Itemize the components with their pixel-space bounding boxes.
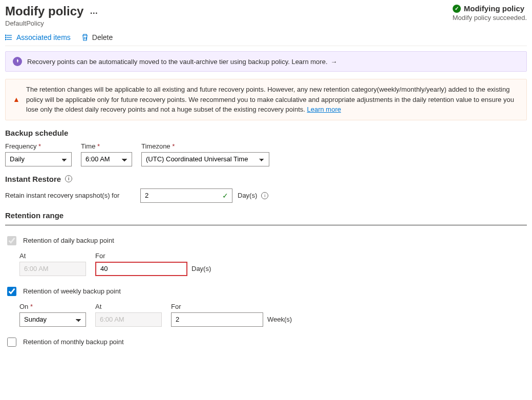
delete-label: Delete [92,33,113,41]
delete-button[interactable]: Delete [81,33,113,41]
warning-text: The retention changes will be applicable… [26,85,519,115]
page-title-text: Modify policy [5,4,83,18]
policy-subtitle: DefaultPolicy [5,19,98,27]
retention-warning-banner: ▲ The retention changes will be applicab… [5,79,527,120]
daily-at-label: At [19,252,86,260]
daily-unit: Day(s) [191,265,211,272]
svg-point-4 [5,37,6,38]
time-select[interactable]: 6:00 AM [81,152,132,166]
svg-point-5 [5,39,6,40]
instant-restore-heading: Instant Restore i [5,175,527,183]
archive-info-banner: Recovery points can be automatically mov… [5,51,527,72]
weekly-retention-checkbox[interactable] [7,287,16,296]
instant-restore-days-input[interactable] [140,188,232,203]
svg-point-3 [5,35,6,36]
monthly-retention-checkbox[interactable] [7,338,16,347]
instant-restore-unit: Day(s) [238,192,257,199]
weekly-for-input[interactable] [171,312,263,327]
weekly-on-select[interactable]: Sunday [19,312,86,327]
daily-at-select: 6:00 AM [19,262,86,276]
daily-retention-label: Retention of daily backup point [23,237,114,244]
weekly-on-label: On [19,303,86,310]
weekly-at-label: At [95,303,162,310]
weekly-retention-label: Retention of weekly backup point [23,287,121,295]
associated-items-label: Associated items [16,33,71,41]
section-divider [5,225,527,225]
learn-more-link[interactable]: Learn more [307,106,341,113]
archive-banner-text: Recovery points can be automatically mov… [27,58,337,66]
instant-restore-field-label: Retain instant recovery snapshot(s) for [5,192,131,199]
trash-icon [81,33,89,41]
success-icon: ✓ [453,5,461,13]
daily-retention-checkbox [7,236,16,245]
info-icon[interactable]: i [261,192,268,199]
daily-for-label: For [95,252,211,260]
time-label: Time [81,142,132,150]
rocket-icon [13,57,22,66]
status-title-text: Modifying policy [464,4,524,13]
weekly-unit: Week(s) [267,315,292,323]
warning-icon: ▲ [13,95,21,103]
info-icon[interactable]: i [65,175,72,182]
page-title: Modify policy … [5,4,98,18]
timezone-label: Timezone [141,142,269,150]
frequency-label: Frequency [5,142,72,150]
frequency-select[interactable]: Daily [5,152,72,166]
daily-for-input[interactable] [95,262,187,276]
retention-range-heading: Retention range [5,211,527,220]
arrow-right-icon[interactable]: → [331,58,337,66]
status-subtitle: Modify policy succeeded. [453,14,527,22]
weekly-for-label: For [171,303,292,310]
status-panel: ✓ Modifying policy Modify policy succeed… [453,4,527,22]
backup-schedule-heading: Backup schedule [5,129,527,137]
timezone-select[interactable]: (UTC) Coordinated Universal Time [141,152,269,166]
weekly-at-select: 6:00 AM [95,312,162,327]
more-actions-button[interactable]: … [90,7,98,16]
monthly-retention-label: Retention of monthly backup point [23,338,124,346]
list-icon [5,33,13,41]
associated-items-button[interactable]: Associated items [5,33,71,41]
